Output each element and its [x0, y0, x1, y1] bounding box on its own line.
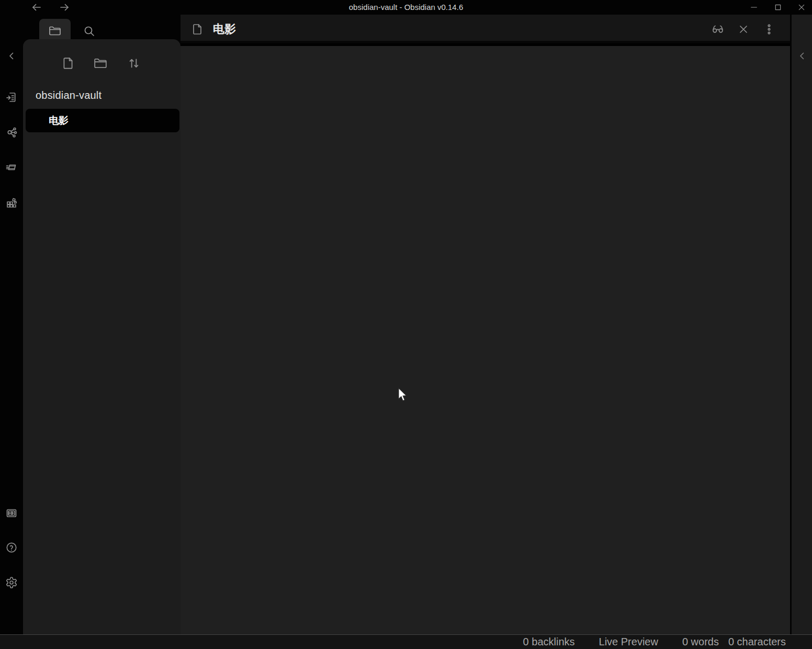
left-ribbon — [0, 15, 23, 649]
kebab-menu-icon — [763, 23, 775, 36]
sort-icon — [127, 56, 141, 70]
close-icon — [795, 3, 808, 12]
reading-view-toggle-button[interactable] — [712, 23, 724, 36]
expand-right-sidebar-button[interactable] — [796, 50, 808, 62]
close-window-button[interactable] — [795, 1, 808, 14]
random-note-button[interactable] — [5, 196, 18, 209]
search-icon — [73, 25, 105, 37]
editor-content[interactable] — [181, 46, 790, 634]
note-file-icon — [191, 23, 204, 36]
new-folder-button[interactable] — [94, 56, 107, 70]
slides-presentation-button[interactable] — [5, 161, 18, 174]
new-note-button[interactable] — [61, 56, 75, 70]
maximize-icon — [771, 3, 785, 12]
vault-title[interactable]: obsidian-vault — [36, 89, 102, 101]
settings-button[interactable] — [5, 576, 18, 589]
file-item-selected[interactable]: 电影 — [26, 109, 179, 132]
vault-switcher-button[interactable] — [5, 507, 18, 519]
minimize-icon — [747, 3, 761, 12]
right-sidebar-collapsed — [790, 15, 812, 634]
maximize-button[interactable] — [771, 1, 785, 14]
quick-switcher-button[interactable] — [5, 91, 18, 104]
collapse-left-sidebar-button[interactable] — [5, 50, 18, 62]
status-word-count: 0 words — [682, 635, 719, 649]
folder-icon — [39, 25, 71, 37]
close-icon — [737, 23, 750, 36]
statusbar: 0 backlinks Live Preview 0 words 0 chara… — [0, 634, 812, 649]
editor-header: 电影 — [181, 15, 790, 43]
editor-pane: 电影 — [181, 15, 790, 634]
tab-search[interactable] — [73, 19, 105, 39]
status-character-count: 0 characters — [728, 635, 786, 649]
go-to-file-icon — [5, 91, 18, 104]
new-note-icon — [61, 56, 75, 70]
help-button[interactable] — [5, 541, 18, 554]
graph-icon — [5, 126, 18, 139]
tab-file-explorer[interactable] — [39, 19, 71, 39]
help-icon — [5, 541, 18, 554]
vault-icon — [5, 507, 18, 519]
close-pane-button[interactable] — [737, 23, 750, 36]
graph-view-button[interactable] — [5, 126, 18, 139]
more-options-button[interactable] — [763, 23, 775, 36]
status-editor-mode[interactable]: Live Preview — [599, 635, 658, 649]
slides-icon — [5, 161, 18, 174]
sort-order-button[interactable] — [127, 56, 141, 70]
new-folder-icon — [94, 56, 107, 70]
file-item-label: 电影 — [49, 109, 69, 132]
minimize-button[interactable] — [747, 1, 761, 14]
gear-icon — [5, 576, 18, 589]
sidebar-tab-strip — [23, 15, 181, 39]
blocks-icon — [5, 196, 18, 209]
status-backlinks[interactable]: 0 backlinks — [523, 635, 575, 649]
obsidian-window: obsidian-vault - Obsidian v0.14.6 — [0, 0, 812, 649]
chevron-left-icon — [796, 50, 808, 62]
titlebar: obsidian-vault - Obsidian v0.14.6 — [0, 0, 812, 15]
file-explorer-panel: obsidian-vault 电影 — [23, 39, 181, 634]
glasses-icon — [712, 23, 724, 36]
window-title: obsidian-vault - Obsidian v0.14.6 — [0, 0, 812, 15]
note-title: 电影 — [213, 21, 236, 37]
left-sidebar: obsidian-vault 电影 — [23, 15, 181, 634]
chevron-left-icon — [5, 50, 18, 62]
